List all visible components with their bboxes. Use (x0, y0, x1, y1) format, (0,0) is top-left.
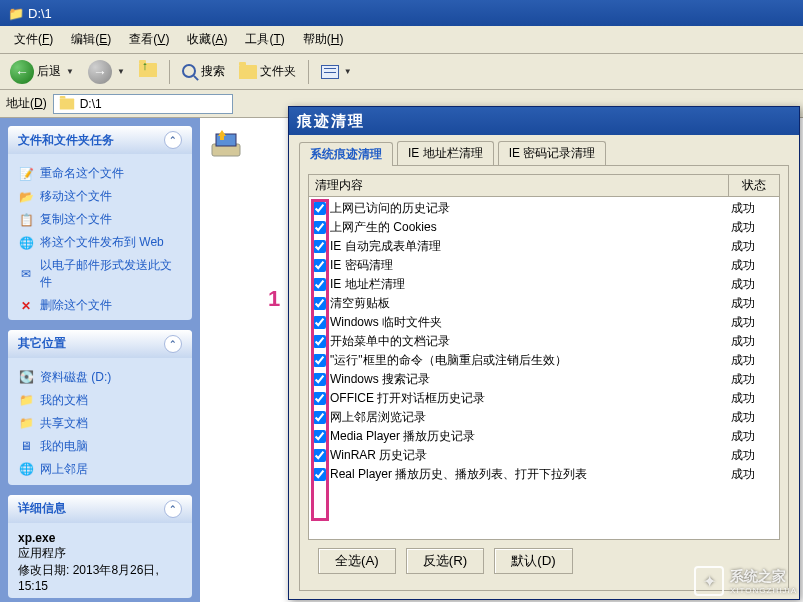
menu-help[interactable]: 帮助(H) (295, 29, 352, 50)
menu-file[interactable]: 文件(F) (6, 29, 61, 50)
dialog-title: 痕迹清理 (289, 107, 799, 135)
cleanup-label: Windows 临时文件夹 (330, 314, 731, 331)
computer-icon: 🖥 (18, 438, 34, 454)
copy-icon: 📋 (18, 212, 34, 228)
cleanup-checkbox[interactable] (313, 221, 326, 234)
exe-icon (210, 128, 242, 160)
folders-button[interactable]: 文件夹 (235, 61, 300, 82)
list-item[interactable]: "运行"框里的命令（电脑重启或注销后生效）成功 (311, 351, 777, 370)
task-move[interactable]: 📂移动这个文件 (18, 185, 182, 208)
list-item[interactable]: 开始菜单中的文档记录成功 (311, 332, 777, 351)
menu-tools[interactable]: 工具(T) (237, 29, 292, 50)
search-button[interactable]: 搜索 (178, 61, 229, 82)
cleanup-checkbox[interactable] (313, 373, 326, 386)
select-all-button[interactable]: 全选(A) (318, 548, 396, 574)
cleanup-checkbox[interactable] (313, 354, 326, 367)
list-item[interactable]: IE 自动完成表单清理成功 (311, 237, 777, 256)
documents-icon: 📁 (18, 392, 34, 408)
forward-icon: → (88, 60, 112, 84)
menu-edit[interactable]: 编辑(E) (63, 29, 119, 50)
panel-header[interactable]: 文件和文件夹任务 ⌃ (8, 126, 192, 154)
collapse-icon[interactable]: ⌃ (164, 131, 182, 149)
invert-selection-button[interactable]: 反选(R) (406, 548, 485, 574)
tab-system-trace[interactable]: 系统痕迹清理 (299, 142, 393, 166)
dialog-tabs: 系统痕迹清理 IE 地址栏清理 IE 密码记录清理 (289, 135, 799, 165)
menu-bar: 文件(F) 编辑(E) 查看(V) 收藏(A) 工具(T) 帮助(H) (0, 26, 803, 54)
task-publish[interactable]: 🌐将这个文件发布到 Web (18, 231, 182, 254)
collapse-icon[interactable]: ⌃ (164, 500, 182, 518)
list-item[interactable]: OFFICE 打开对话框历史记录成功 (311, 389, 777, 408)
cleanup-status: 成功 (731, 352, 775, 369)
place-my-documents[interactable]: 📁我的文档 (18, 389, 182, 412)
list-item[interactable]: 清空剪贴板成功 (311, 294, 777, 313)
panel-header[interactable]: 其它位置 ⌃ (8, 330, 192, 358)
cleanup-status: 成功 (731, 276, 775, 293)
list-item[interactable]: IE 地址栏清理成功 (311, 275, 777, 294)
cleanup-checkbox[interactable] (313, 468, 326, 481)
cleanup-label: 开始菜单中的文档记录 (330, 333, 731, 350)
search-icon (182, 64, 198, 80)
cleanup-status: 成功 (731, 333, 775, 350)
back-button[interactable]: ← 后退 ▼ (6, 58, 78, 86)
menu-favorites[interactable]: 收藏(A) (179, 29, 235, 50)
place-network[interactable]: 🌐网上邻居 (18, 458, 182, 481)
list-item[interactable]: Media Player 播放历史记录成功 (311, 427, 777, 446)
collapse-icon[interactable]: ⌃ (164, 335, 182, 353)
folder-icon (59, 98, 73, 109)
tab-content: 清理内容 状态 上网已访问的历史记录成功上网产生的 Cookies成功IE 自动… (299, 165, 789, 591)
list-item[interactable]: Real Player 播放历史、播放列表、打开下拉列表成功 (311, 465, 777, 484)
header-content[interactable]: 清理内容 (309, 175, 729, 196)
view-button[interactable]: ▼ (317, 63, 356, 81)
task-delete[interactable]: ✕删除这个文件 (18, 294, 182, 317)
cleanup-checkbox[interactable] (313, 202, 326, 215)
list-header: 清理内容 状态 (308, 174, 780, 197)
cleanup-list[interactable]: 上网已访问的历史记录成功上网产生的 Cookies成功IE 自动完成表单清理成功… (308, 197, 780, 540)
cleanup-checkbox[interactable] (313, 240, 326, 253)
cleanup-status: 成功 (731, 219, 775, 236)
list-item[interactable]: 上网产生的 Cookies成功 (311, 218, 777, 237)
chevron-down-icon: ▼ (117, 67, 125, 76)
web-icon: 🌐 (18, 235, 34, 251)
cleanup-label: Media Player 播放历史记录 (330, 428, 731, 445)
cleanup-checkbox[interactable] (313, 411, 326, 424)
shared-icon: 📁 (18, 415, 34, 431)
cleanup-checkbox[interactable] (313, 430, 326, 443)
cleanup-status: 成功 (731, 238, 775, 255)
place-shared-documents[interactable]: 📁共享文档 (18, 412, 182, 435)
task-copy[interactable]: 📋复制这个文件 (18, 208, 182, 231)
address-input[interactable]: D:\1 (53, 94, 233, 114)
place-my-computer[interactable]: 🖥我的电脑 (18, 435, 182, 458)
panel-header[interactable]: 详细信息 ⌃ (8, 495, 192, 523)
list-item[interactable]: WinRAR 历史记录成功 (311, 446, 777, 465)
cleanup-checkbox[interactable] (313, 335, 326, 348)
cleanup-checkbox[interactable] (313, 259, 326, 272)
cleanup-status: 成功 (731, 314, 775, 331)
rename-icon: 📝 (18, 166, 34, 182)
header-status[interactable]: 状态 (729, 175, 779, 196)
cleanup-checkbox[interactable] (313, 316, 326, 329)
chevron-down-icon: ▼ (344, 67, 352, 76)
cleanup-checkbox[interactable] (313, 278, 326, 291)
tab-ie-password[interactable]: IE 密码记录清理 (498, 141, 607, 165)
menu-view[interactable]: 查看(V) (121, 29, 177, 50)
cleanup-checkbox[interactable] (313, 392, 326, 405)
default-button[interactable]: 默认(D) (494, 548, 573, 574)
list-item[interactable]: IE 密码清理成功 (311, 256, 777, 275)
cleanup-checkbox[interactable] (313, 449, 326, 462)
task-rename[interactable]: 📝重命名这个文件 (18, 162, 182, 185)
place-drive-d[interactable]: 💽资料磁盘 (D:) (18, 366, 182, 389)
task-email[interactable]: ✉以电子邮件形式发送此文件 (18, 254, 182, 294)
separator (169, 60, 170, 84)
cleanup-checkbox[interactable] (313, 297, 326, 310)
up-button[interactable]: ↑ (135, 61, 161, 82)
cleanup-status: 成功 (731, 409, 775, 426)
tab-ie-address[interactable]: IE 地址栏清理 (397, 141, 494, 165)
cleanup-status: 成功 (731, 200, 775, 217)
list-item[interactable]: 网上邻居浏览记录成功 (311, 408, 777, 427)
list-item[interactable]: Windows 搜索记录成功 (311, 370, 777, 389)
forward-button[interactable]: → ▼ (84, 58, 129, 86)
network-icon: 🌐 (18, 461, 34, 477)
list-item[interactable]: 上网已访问的历史记录成功 (311, 199, 777, 218)
list-item[interactable]: Windows 临时文件夹成功 (311, 313, 777, 332)
cleanup-label: OFFICE 打开对话框历史记录 (330, 390, 731, 407)
